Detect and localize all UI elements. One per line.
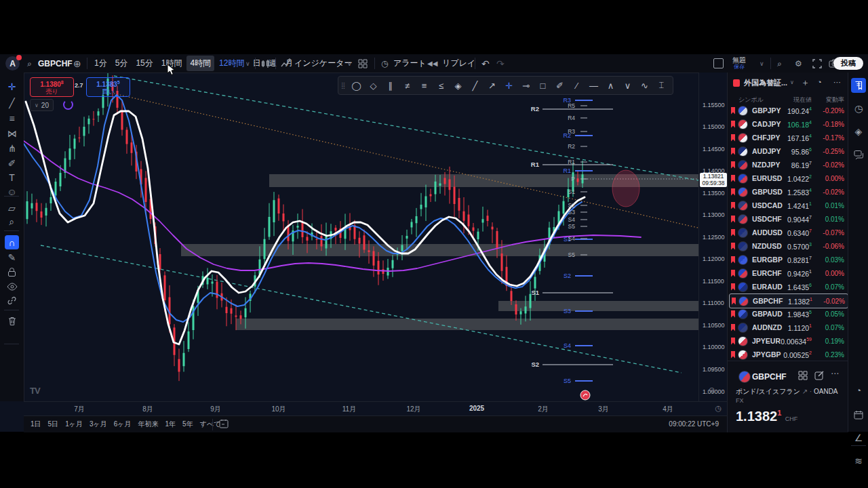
row-flag-icon[interactable] (731, 175, 735, 182)
row-flag-icon[interactable] (731, 134, 735, 142)
disjoint-channel-tool-icon[interactable]: ≠ (399, 78, 416, 93)
layout-name[interactable]: 無題保存 (732, 57, 746, 70)
row-flag-icon[interactable] (731, 216, 735, 223)
row-flag-icon[interactable] (731, 338, 735, 345)
supply-demand-zone[interactable] (236, 319, 698, 330)
row-flag-icon[interactable] (731, 351, 735, 359)
brush-tool-icon[interactable]: ✐ (551, 78, 568, 93)
blue-ma-line[interactable] (24, 95, 582, 322)
polygon-tool-icon[interactable]: ◇ (365, 78, 382, 93)
watchlist-menu-icon[interactable]: ⋯ (833, 78, 842, 87)
row-flag-icon[interactable] (731, 188, 735, 196)
row-flag-icon[interactable] (731, 229, 735, 237)
watchlist-row-CADJPY[interactable]: CADJPY106.184-0.18% (729, 117, 847, 131)
range-5日[interactable]: 5日 (48, 420, 59, 429)
supply-demand-zone[interactable] (181, 244, 698, 256)
interval-1分[interactable]: 1分 (91, 56, 111, 71)
fullscreen-icon[interactable] (812, 54, 822, 73)
go-to-date-icon[interactable] (219, 419, 229, 431)
settings-gear-icon[interactable]: ⚙ (795, 54, 802, 73)
layout-select-icon[interactable] (713, 54, 724, 73)
pitchfork-tool-icon[interactable]: ⋔ (5, 141, 19, 155)
fib-wedge-tool-icon[interactable]: ≤ (433, 78, 450, 93)
row-flag-icon[interactable] (732, 298, 736, 305)
server-clock[interactable]: 09:00:22 UTC+9 (669, 420, 719, 428)
row-flag-icon[interactable] (731, 310, 735, 318)
interval-1時間[interactable]: 1時間 (158, 56, 186, 71)
fib-lines-tool-icon[interactable]: ≡ (416, 78, 433, 93)
replay-button[interactable]: リプレイ (442, 54, 475, 73)
detail-menu-icon[interactable]: ⋯ (831, 369, 840, 378)
watchlist-add-icon[interactable]: ＋ (801, 77, 810, 89)
watchlist-row-GBPCHF[interactable]: GBPCHF1.13821-0.02% (729, 293, 848, 308)
ray-tool-icon[interactable]: ∕ (568, 78, 585, 93)
parallel-channel-tool-icon[interactable]: ∥ (382, 78, 399, 93)
magnet-tool-icon[interactable]: ∩ (5, 235, 19, 249)
watchlist-row-CHFJPY[interactable]: CHFJPY167.164-0.17% (729, 131, 847, 144)
templates-grid-icon[interactable] (358, 54, 368, 73)
indicators-chevron[interactable]: ∨ (347, 54, 352, 73)
row-flag-icon[interactable] (731, 107, 735, 115)
zoom-in-tool-icon[interactable]: ⌕ (5, 215, 19, 229)
search-icon[interactable]: ⌕ (27, 54, 32, 73)
watchlist-row-AUDNZD[interactable]: AUDNZD1.112010.07% (729, 321, 847, 334)
lock-drawings-icon[interactable] (5, 265, 19, 279)
publish-button[interactable]: 投稿 (833, 57, 863, 70)
watchlist-panel-icon[interactable] (851, 78, 866, 93)
watchlist-row-NZDUSD[interactable]: NZDUSD0.57003-0.06% (729, 239, 847, 253)
trendline-tool-icon[interactable]: ╱ (467, 78, 484, 93)
symbol-search-button[interactable]: GBPCHF (38, 54, 73, 73)
compare-add-icon[interactable]: ⊕ (73, 54, 81, 73)
row-flag-icon[interactable] (731, 243, 735, 250)
row-flag-icon[interactable] (731, 148, 735, 155)
rotated-rect-tool-icon[interactable]: ◈ (450, 78, 467, 93)
ruler-tool-icon[interactable]: ▱ (5, 201, 19, 215)
range-1年[interactable]: 1年 (165, 420, 176, 429)
watchlist-row-AUDUSD[interactable]: AUDUSD0.63407-0.07% (729, 226, 847, 239)
detail-grid-icon[interactable] (798, 371, 808, 383)
cross-line-tool-icon[interactable]: ✛ (500, 78, 517, 93)
link-tool-icon[interactable] (5, 293, 19, 308)
time-axis[interactable]: 7月8月9月10月11月12月20252月3月4月 ◷ (24, 401, 727, 416)
horizontal-ray-tool-icon[interactable]: ⊸ (517, 78, 534, 93)
watchlist-row-EURGBP[interactable]: EURGBP0.828170.03% (729, 253, 847, 266)
hide-drawings-icon[interactable] (5, 279, 19, 293)
layout-chevron[interactable]: ∨ (760, 54, 764, 73)
watchlist-title[interactable]: 外国為替証... (744, 78, 787, 88)
row-flag-icon[interactable] (731, 324, 735, 331)
indicators-icon[interactable] (281, 54, 292, 73)
range-6ヶ月[interactable]: 6ヶ月 (114, 420, 132, 429)
detail-symbol[interactable]: GBPCHF (752, 372, 787, 382)
watchlist-row-EURCHF[interactable]: EURCHF0.942610.00% (729, 266, 847, 280)
remove-drawings-icon[interactable] (5, 314, 19, 328)
ma-length-chip[interactable]: ∨20 (30, 99, 54, 111)
alert-button[interactable]: アラート (393, 54, 427, 73)
redo-button[interactable]: ↷ (496, 54, 505, 73)
price-range-tool-icon[interactable]: ⌶ (653, 78, 670, 93)
signal-panel-icon[interactable]: ≋ (851, 453, 866, 468)
alerts-panel-icon[interactable]: ◷ (851, 101, 866, 116)
interval-expand-chevron[interactable]: ∨ (245, 54, 250, 73)
interval-5分[interactable]: 5分 (112, 56, 132, 71)
drag-handle-icon[interactable]: ⣿ (341, 82, 348, 89)
interval-15分[interactable]: 15分 (132, 56, 156, 71)
rectangle-tool-icon[interactable]: □ (534, 78, 551, 93)
watchlist-row-JPYGBP[interactable]: JPYGBP0.0052520.23% (729, 348, 847, 361)
trendline-panel-icon[interactable]: ∠ (851, 430, 866, 445)
fib-retracement-tool-icon[interactable]: ≡ (5, 111, 19, 125)
range-1日[interactable]: 1日 (31, 420, 41, 429)
watchlist-row-GBPAUD[interactable]: GBPAUD1.984350.05% (729, 307, 847, 321)
price-axis-settings-icon[interactable]: ⊙ (709, 386, 715, 394)
interval-4時間[interactable]: 4時間 (186, 56, 214, 71)
watchlist-row-USDCHF[interactable]: USDCHF0.904470.01% (729, 212, 847, 226)
quick-search-icon[interactable]: ⌕ (777, 54, 782, 73)
range-3ヶ月[interactable]: 3ヶ月 (90, 420, 107, 429)
row-flag-icon[interactable] (731, 202, 735, 209)
trend-line-tool-icon[interactable]: ╱ (5, 96, 19, 110)
xabcd-pattern-tool-icon[interactable]: ⋈ (5, 126, 19, 140)
watchlist-row-NZDJPY[interactable]: NZDJPY86.197-0.02% (729, 158, 847, 171)
object-tree-panel-icon[interactable]: ◈ (851, 124, 866, 139)
external-link-icon[interactable]: ↗ (802, 388, 808, 395)
range-5年[interactable]: 5年 (182, 420, 193, 429)
row-flag-icon[interactable] (731, 256, 735, 264)
